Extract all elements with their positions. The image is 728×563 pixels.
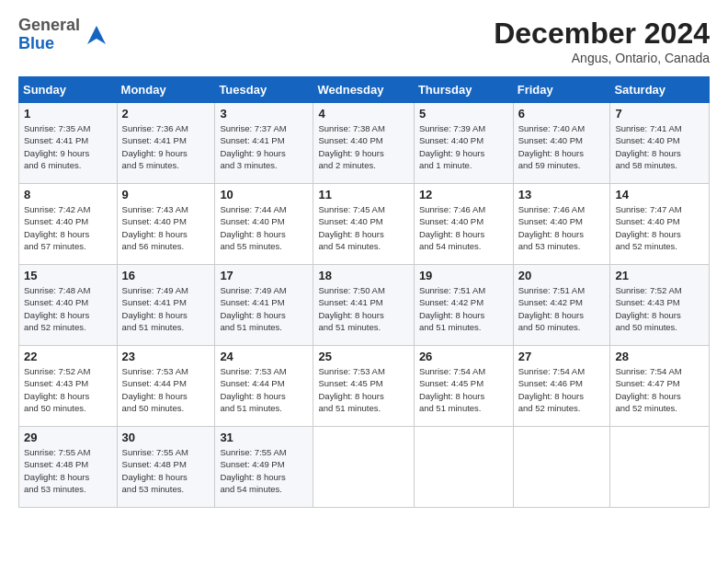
day-cell (610, 427, 710, 508)
day-number: 5 (419, 107, 508, 121)
day-number: 25 (318, 350, 408, 363)
col-header-thursday: Thursday (414, 77, 513, 103)
day-info: Sunrise: 7:47 AM Sunset: 4:40 PM Dayligh… (615, 203, 704, 252)
header-row: SundayMondayTuesdayWednesdayThursdayFrid… (19, 77, 710, 103)
day-cell: 19Sunrise: 7:51 AM Sunset: 4:42 PM Dayli… (414, 265, 513, 346)
day-number: 14 (615, 188, 704, 201)
day-info: Sunrise: 7:43 AM Sunset: 4:40 PM Dayligh… (122, 203, 210, 252)
logo-text: General Blue (18, 17, 80, 53)
day-info: Sunrise: 7:54 AM Sunset: 4:47 PM Dayligh… (615, 365, 704, 414)
day-number: 4 (318, 107, 408, 121)
header: General Blue December 2024 Angus, Ontari… (18, 17, 710, 65)
day-number: 17 (220, 269, 308, 282)
day-cell: 16Sunrise: 7:49 AM Sunset: 4:41 PM Dayli… (117, 265, 215, 346)
day-number: 2 (122, 107, 210, 121)
day-number: 20 (518, 269, 606, 282)
col-header-monday: Monday (117, 77, 215, 103)
day-cell: 21Sunrise: 7:52 AM Sunset: 4:43 PM Dayli… (610, 265, 710, 346)
day-number: 27 (518, 350, 606, 363)
day-number: 8 (24, 188, 112, 201)
day-number: 9 (122, 188, 210, 201)
day-info: Sunrise: 7:51 AM Sunset: 4:42 PM Dayligh… (419, 284, 508, 333)
day-cell: 15Sunrise: 7:48 AM Sunset: 4:40 PM Dayli… (19, 265, 118, 346)
day-cell (414, 427, 513, 508)
location: Angus, Ontario, Canada (494, 51, 710, 65)
day-cell: 26Sunrise: 7:54 AM Sunset: 4:45 PM Dayli… (414, 346, 513, 427)
page: General Blue December 2024 Angus, Ontari… (0, 0, 728, 517)
day-info: Sunrise: 7:51 AM Sunset: 4:42 PM Dayligh… (518, 284, 606, 333)
day-info: Sunrise: 7:48 AM Sunset: 4:40 PM Dayligh… (24, 284, 112, 333)
month-title: December 2024 (494, 17, 710, 51)
day-number: 7 (615, 107, 704, 121)
day-cell: 30Sunrise: 7:55 AM Sunset: 4:48 PM Dayli… (117, 427, 215, 508)
day-info: Sunrise: 7:36 AM Sunset: 4:41 PM Dayligh… (122, 122, 210, 171)
day-info: Sunrise: 7:37 AM Sunset: 4:41 PM Dayligh… (220, 122, 308, 171)
day-info: Sunrise: 7:55 AM Sunset: 4:48 PM Dayligh… (122, 446, 210, 495)
day-info: Sunrise: 7:39 AM Sunset: 4:40 PM Dayligh… (419, 122, 508, 171)
day-cell: 18Sunrise: 7:50 AM Sunset: 4:41 PM Dayli… (313, 265, 414, 346)
day-cell: 2Sunrise: 7:36 AM Sunset: 4:41 PM Daylig… (117, 103, 215, 184)
day-cell: 29Sunrise: 7:55 AM Sunset: 4:48 PM Dayli… (19, 427, 118, 508)
day-cell: 24Sunrise: 7:53 AM Sunset: 4:44 PM Dayli… (215, 346, 313, 427)
day-number: 23 (122, 350, 210, 363)
day-cell: 25Sunrise: 7:53 AM Sunset: 4:45 PM Dayli… (313, 346, 414, 427)
day-cell: 1Sunrise: 7:35 AM Sunset: 4:41 PM Daylig… (19, 103, 118, 184)
day-info: Sunrise: 7:53 AM Sunset: 4:44 PM Dayligh… (122, 365, 210, 414)
day-number: 1 (24, 107, 112, 121)
week-row-1: 1Sunrise: 7:35 AM Sunset: 4:41 PM Daylig… (19, 103, 710, 184)
day-number: 13 (518, 188, 606, 201)
title-area: December 2024 Angus, Ontario, Canada (494, 17, 710, 65)
day-info: Sunrise: 7:46 AM Sunset: 4:40 PM Dayligh… (419, 203, 508, 252)
day-info: Sunrise: 7:54 AM Sunset: 4:46 PM Dayligh… (518, 365, 606, 414)
logo-blue: Blue (18, 34, 54, 52)
day-info: Sunrise: 7:53 AM Sunset: 4:44 PM Dayligh… (220, 365, 308, 414)
day-cell: 17Sunrise: 7:49 AM Sunset: 4:41 PM Dayli… (215, 265, 313, 346)
day-info: Sunrise: 7:55 AM Sunset: 4:49 PM Dayligh… (220, 446, 308, 495)
week-row-2: 8Sunrise: 7:42 AM Sunset: 4:40 PM Daylig… (19, 184, 710, 265)
day-info: Sunrise: 7:52 AM Sunset: 4:43 PM Dayligh… (615, 284, 704, 333)
day-cell: 22Sunrise: 7:52 AM Sunset: 4:43 PM Dayli… (19, 346, 118, 427)
day-cell: 27Sunrise: 7:54 AM Sunset: 4:46 PM Dayli… (513, 346, 610, 427)
svg-marker-0 (87, 26, 106, 44)
col-header-sunday: Sunday (19, 77, 118, 103)
day-number: 6 (518, 107, 606, 121)
calendar-table: SundayMondayTuesdayWednesdayThursdayFrid… (18, 76, 710, 508)
day-cell: 31Sunrise: 7:55 AM Sunset: 4:49 PM Dayli… (215, 427, 313, 508)
day-cell: 12Sunrise: 7:46 AM Sunset: 4:40 PM Dayli… (414, 184, 513, 265)
day-info: Sunrise: 7:49 AM Sunset: 4:41 PM Dayligh… (122, 284, 210, 333)
day-cell: 14Sunrise: 7:47 AM Sunset: 4:40 PM Dayli… (610, 184, 710, 265)
day-cell: 9Sunrise: 7:43 AM Sunset: 4:40 PM Daylig… (117, 184, 215, 265)
day-number: 30 (122, 431, 210, 444)
day-number: 18 (318, 269, 408, 282)
day-number: 28 (615, 350, 704, 363)
day-number: 3 (220, 107, 308, 121)
day-cell: 11Sunrise: 7:45 AM Sunset: 4:40 PM Dayli… (313, 184, 414, 265)
day-number: 19 (419, 269, 508, 282)
day-cell: 28Sunrise: 7:54 AM Sunset: 4:47 PM Dayli… (610, 346, 710, 427)
day-info: Sunrise: 7:35 AM Sunset: 4:41 PM Dayligh… (24, 122, 112, 171)
day-info: Sunrise: 7:41 AM Sunset: 4:40 PM Dayligh… (615, 122, 704, 171)
day-info: Sunrise: 7:52 AM Sunset: 4:43 PM Dayligh… (24, 365, 112, 414)
week-row-5: 29Sunrise: 7:55 AM Sunset: 4:48 PM Dayli… (19, 427, 710, 508)
day-number: 12 (419, 188, 508, 201)
day-cell: 3Sunrise: 7:37 AM Sunset: 4:41 PM Daylig… (215, 103, 313, 184)
day-number: 31 (220, 431, 308, 444)
week-row-4: 22Sunrise: 7:52 AM Sunset: 4:43 PM Dayli… (19, 346, 710, 427)
day-cell: 4Sunrise: 7:38 AM Sunset: 4:40 PM Daylig… (313, 103, 414, 184)
day-info: Sunrise: 7:53 AM Sunset: 4:45 PM Dayligh… (318, 365, 408, 414)
day-info: Sunrise: 7:42 AM Sunset: 4:40 PM Dayligh… (24, 203, 112, 252)
day-cell (513, 427, 610, 508)
col-header-friday: Friday (513, 77, 610, 103)
day-number: 10 (220, 188, 308, 201)
day-number: 11 (318, 188, 408, 201)
day-cell: 8Sunrise: 7:42 AM Sunset: 4:40 PM Daylig… (19, 184, 118, 265)
day-info: Sunrise: 7:45 AM Sunset: 4:40 PM Dayligh… (318, 203, 408, 252)
day-cell (313, 427, 414, 508)
day-info: Sunrise: 7:40 AM Sunset: 4:40 PM Dayligh… (518, 122, 606, 171)
day-number: 29 (24, 431, 112, 444)
day-info: Sunrise: 7:44 AM Sunset: 4:40 PM Dayligh… (220, 203, 308, 252)
day-number: 15 (24, 269, 112, 282)
day-info: Sunrise: 7:46 AM Sunset: 4:40 PM Dayligh… (518, 203, 606, 252)
day-cell: 6Sunrise: 7:40 AM Sunset: 4:40 PM Daylig… (513, 103, 610, 184)
day-info: Sunrise: 7:49 AM Sunset: 4:41 PM Dayligh… (220, 284, 308, 333)
